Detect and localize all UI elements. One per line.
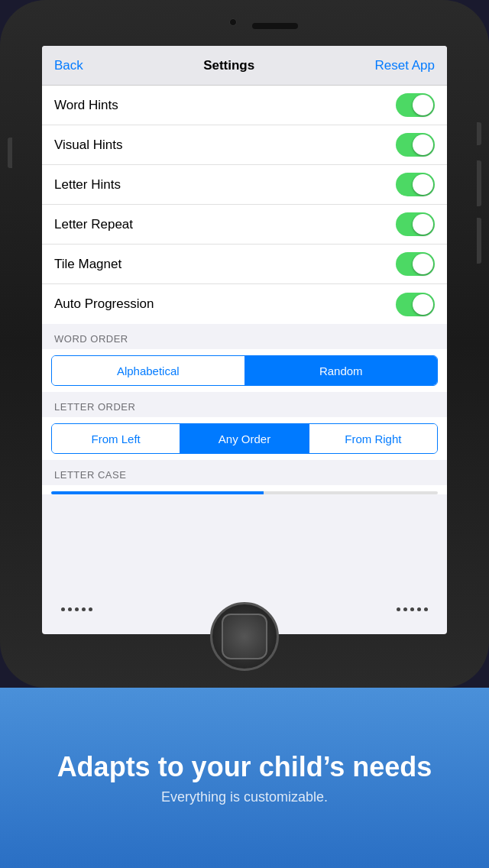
tile-magnet-label: Tile Magnet (54, 257, 121, 272)
volume-up-button (477, 160, 481, 206)
speaker-left (61, 607, 92, 611)
screen: Back Settings Reset App Word Hints Visua… (42, 46, 447, 634)
bottom-banner: Adapts to your child’s needs Everything … (0, 688, 489, 868)
mute-button (8, 138, 12, 168)
banner-subtitle: Everything is customizable. (161, 789, 328, 805)
auto-progression-toggle-knob (413, 294, 433, 315)
letter-repeat-toggle-knob (413, 214, 433, 235)
power-button (477, 122, 481, 145)
word-hints-label: Word Hints (54, 98, 118, 113)
tile-magnet-toggle-knob (413, 254, 433, 274)
tile-magnet-toggle[interactable] (396, 252, 435, 276)
letter-case-progress-bar (51, 491, 438, 494)
speaker-right (397, 607, 428, 611)
word-order-alphabetical-btn[interactable]: Alphabetical (52, 356, 245, 385)
auto-progression-label: Auto Progression (54, 296, 154, 312)
letter-case-section-header: LETTER CASE (42, 460, 447, 485)
home-button-inner (222, 614, 267, 659)
banner-title: Adapts to your child’s needs (57, 751, 432, 783)
nav-bar: Back Settings Reset App (42, 46, 447, 86)
nav-title: Settings (203, 58, 254, 73)
speaker-top (252, 23, 298, 29)
word-hints-row: Word Hints (42, 86, 447, 125)
word-order-section-header: WORD ORDER (42, 324, 447, 349)
tile-magnet-row: Tile Magnet (42, 245, 447, 284)
home-button[interactable] (210, 602, 279, 671)
auto-progression-toggle[interactable] (396, 293, 435, 316)
back-button[interactable]: Back (54, 58, 83, 73)
word-order-segmented-control: Alphabetical Random (51, 355, 438, 386)
letter-case-label: LETTER CASE (54, 469, 126, 481)
letter-order-segmented-control: From Left Any Order From Right (51, 423, 438, 454)
letter-repeat-toggle[interactable] (396, 212, 435, 236)
camera (229, 18, 237, 26)
letter-order-label: LETTER ORDER (54, 401, 135, 413)
letter-repeat-label: Letter Repeat (54, 217, 133, 232)
letter-order-section-header: LETTER ORDER (42, 392, 447, 417)
word-order-segment-container: Alphabetical Random (42, 349, 447, 392)
word-hints-toggle[interactable] (396, 93, 435, 117)
visual-hints-toggle[interactable] (396, 133, 435, 157)
visual-hints-row: Visual Hints (42, 125, 447, 165)
letter-hints-row: Letter Hints (42, 165, 447, 205)
settings-list: Word Hints Visual Hints Letter Hints Let… (42, 86, 447, 324)
visual-hints-label: Visual Hints (54, 138, 122, 153)
auto-progression-row: Auto Progression (42, 284, 447, 324)
letter-hints-label: Letter Hints (54, 177, 121, 193)
volume-down-button (477, 218, 481, 264)
letter-repeat-row: Letter Repeat (42, 205, 447, 245)
letter-order-from-right-btn[interactable]: From Right (309, 424, 437, 453)
word-order-random-btn[interactable]: Random (245, 356, 438, 385)
visual-hints-toggle-knob (413, 134, 433, 155)
phone-shell: Back Settings Reset App Word Hints Visua… (0, 0, 489, 688)
word-hints-toggle-knob (413, 95, 433, 115)
letter-hints-toggle-knob (413, 174, 433, 195)
reset-app-button[interactable]: Reset App (375, 58, 435, 73)
letter-order-from-left-btn[interactable]: From Left (52, 424, 180, 453)
letter-order-segment-container: From Left Any Order From Right (42, 417, 447, 460)
letter-order-any-order-btn[interactable]: Any Order (180, 424, 309, 453)
word-order-label: WORD ORDER (54, 333, 128, 345)
letter-hints-toggle[interactable] (396, 173, 435, 196)
